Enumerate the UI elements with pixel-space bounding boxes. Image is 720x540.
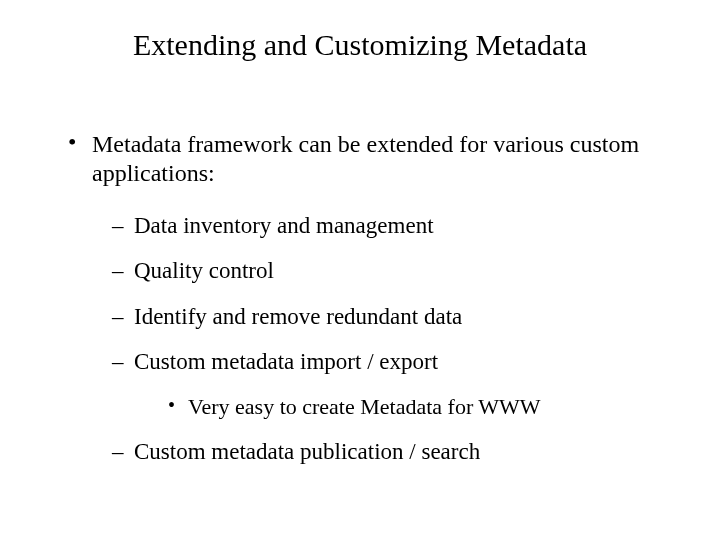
- bullet-level-2: Custom metadata publication / search: [112, 438, 680, 466]
- bullet-level-1: Metadata framework can be extended for v…: [68, 130, 680, 188]
- bullet-level-2: Identify and remove redundant data: [112, 303, 680, 331]
- slide-title: Extending and Customizing Metadata: [40, 28, 680, 62]
- bullet-level-3: Very easy to create Metadata for WWW: [168, 394, 680, 420]
- slide: Extending and Customizing Metadata Metad…: [0, 0, 720, 504]
- bullet-level-2: Data inventory and management: [112, 212, 680, 240]
- bullet-level-2: Quality control: [112, 257, 680, 285]
- bullet-level-2: Custom metadata import / export: [112, 348, 680, 376]
